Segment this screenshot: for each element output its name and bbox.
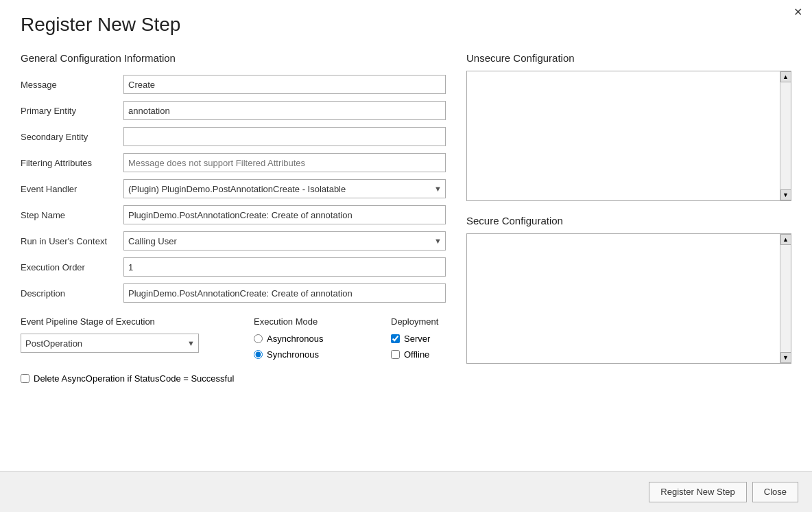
message-input[interactable] bbox=[123, 75, 446, 94]
bottom-row: Event Pipeline Stage of Execution PreVal… bbox=[21, 316, 446, 360]
message-label: Message bbox=[21, 80, 123, 90]
dialog-title: Register New Step bbox=[21, 14, 791, 36]
sync-radio-item[interactable]: Synchronous bbox=[254, 349, 363, 360]
filtering-attributes-label: Filtering Attributes bbox=[21, 158, 123, 168]
async-label: Asynchronous bbox=[267, 334, 323, 344]
message-row: Message bbox=[21, 75, 446, 94]
execution-radio-group: Asynchronous Synchronous bbox=[254, 334, 363, 360]
run-in-user-context-label: Run in User's Context bbox=[21, 236, 123, 246]
primary-entity-row: Primary Entity bbox=[21, 101, 446, 120]
primary-entity-input[interactable] bbox=[123, 101, 446, 120]
event-handler-label: Event Handler bbox=[21, 184, 123, 194]
run-in-user-context-row: Run in User's Context Calling User ▼ bbox=[21, 231, 446, 251]
offline-checkbox[interactable] bbox=[391, 350, 400, 359]
sync-radio[interactable] bbox=[254, 350, 263, 359]
stage-select[interactable]: PreValidationPreOperationPostOperation bbox=[21, 334, 199, 353]
secure-config-textarea[interactable] bbox=[467, 234, 780, 363]
footer: Register New Step Close bbox=[0, 471, 812, 512]
execution-title: Execution Mode bbox=[254, 316, 363, 327]
delete-async-label: Delete AsyncOperation if StatusCode = Su… bbox=[34, 373, 234, 384]
bottom-section: Event Pipeline Stage of Execution PreVal… bbox=[21, 316, 446, 384]
execution-section: Execution Mode Asynchronous Synchronous bbox=[254, 316, 363, 360]
register-new-step-button[interactable]: Register New Step bbox=[649, 482, 746, 502]
sync-label: Synchronous bbox=[267, 349, 319, 360]
server-label: Server bbox=[404, 334, 430, 344]
event-handler-select-wrapper: (Plugin) PluginDemo.PostAnnotationCreate… bbox=[123, 179, 446, 198]
delete-async-checkbox[interactable] bbox=[21, 374, 29, 383]
secure-scroll-down-button[interactable]: ▼ bbox=[780, 352, 791, 363]
primary-entity-label: Primary Entity bbox=[21, 106, 123, 116]
run-in-user-context-select[interactable]: Calling User bbox=[123, 231, 446, 251]
run-in-user-context-select-wrapper: Calling User ▼ bbox=[123, 231, 446, 251]
unsecure-scrollbar: ▲ ▼ bbox=[780, 71, 791, 200]
step-name-label: Step Name bbox=[21, 210, 123, 220]
event-handler-select[interactable]: (Plugin) PluginDemo.PostAnnotationCreate… bbox=[123, 179, 446, 198]
delete-row: Delete AsyncOperation if StatusCode = Su… bbox=[21, 373, 446, 384]
stage-section: Event Pipeline Stage of Execution PreVal… bbox=[21, 316, 226, 353]
content-area: General Configuration Information Messag… bbox=[21, 52, 791, 384]
execution-order-row: Execution Order bbox=[21, 257, 446, 277]
secure-config-section: Secure Configuration ▲ ▼ bbox=[466, 215, 791, 364]
secure-config-box: ▲ ▼ bbox=[466, 233, 791, 364]
secure-scroll-up-button[interactable]: ▲ bbox=[780, 234, 791, 245]
description-row: Description bbox=[21, 283, 446, 303]
unsecure-config-section: Unsecure Configuration ▲ ▼ bbox=[466, 52, 791, 201]
unsecure-scroll-down-button[interactable]: ▼ bbox=[780, 189, 791, 200]
execution-order-label: Execution Order bbox=[21, 262, 123, 272]
register-new-step-dialog: ✕ Register New Step General Configuratio… bbox=[0, 0, 812, 512]
unsecure-config-title: Unsecure Configuration bbox=[466, 52, 791, 64]
async-radio[interactable] bbox=[254, 334, 263, 343]
offline-label: Offline bbox=[404, 349, 429, 360]
step-name-row: Step Name bbox=[21, 205, 446, 224]
stage-select-wrapper: PreValidationPreOperationPostOperation ▼ bbox=[21, 334, 199, 353]
stage-title: Event Pipeline Stage of Execution bbox=[21, 316, 226, 327]
unsecure-config-box: ▲ ▼ bbox=[466, 71, 791, 201]
execution-order-input[interactable] bbox=[123, 257, 446, 277]
async-radio-item[interactable]: Asynchronous bbox=[254, 334, 363, 344]
general-config-title: General Configuration Information bbox=[21, 52, 446, 64]
unsecure-config-textarea[interactable] bbox=[467, 71, 780, 200]
secure-config-title: Secure Configuration bbox=[466, 215, 791, 226]
right-panel: Unsecure Configuration ▲ ▼ Secure Config… bbox=[466, 52, 791, 384]
secondary-entity-row: Secondary Entity bbox=[21, 127, 446, 146]
close-button[interactable]: Close bbox=[752, 482, 798, 502]
filtering-attributes-row: Filtering Attributes bbox=[21, 153, 446, 172]
step-name-input[interactable] bbox=[123, 205, 446, 224]
secure-scrollbar: ▲ ▼ bbox=[780, 234, 791, 363]
event-handler-row: Event Handler (Plugin) PluginDemo.PostAn… bbox=[21, 179, 446, 198]
secondary-entity-label: Secondary Entity bbox=[21, 132, 123, 142]
left-panel: General Configuration Information Messag… bbox=[21, 52, 446, 384]
unsecure-scroll-up-button[interactable]: ▲ bbox=[780, 71, 791, 82]
description-label: Description bbox=[21, 288, 123, 299]
secondary-entity-input[interactable] bbox=[123, 127, 446, 146]
dialog-close-button[interactable]: ✕ bbox=[793, 7, 802, 18]
description-input[interactable] bbox=[123, 283, 446, 303]
delete-async-checkbox-item[interactable]: Delete AsyncOperation if StatusCode = Su… bbox=[21, 373, 446, 384]
server-checkbox[interactable] bbox=[391, 334, 400, 343]
filtering-attributes-input[interactable] bbox=[123, 153, 446, 172]
